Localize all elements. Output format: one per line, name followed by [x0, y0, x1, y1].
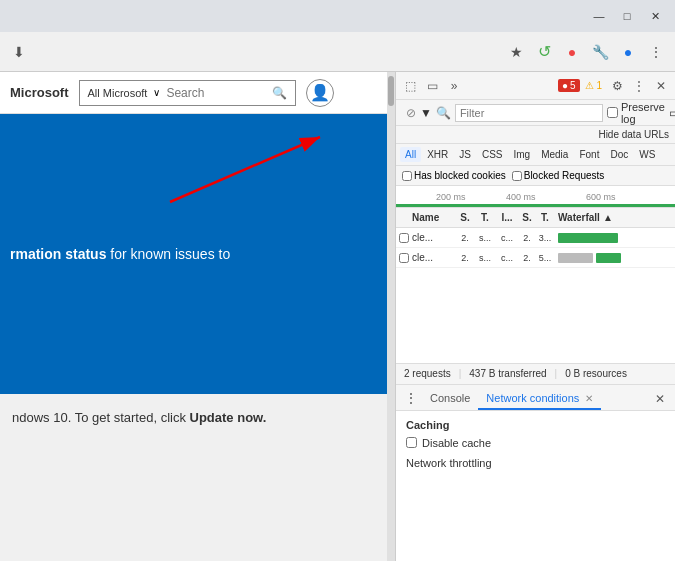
sort-icon[interactable]: ▲	[603, 212, 613, 223]
opera-refresh-icon[interactable]: ↺	[533, 41, 555, 63]
row-status-1: 2.	[456, 233, 474, 243]
banner-bold-text: rmation status	[10, 246, 106, 262]
maximize-button[interactable]: □	[615, 7, 639, 25]
filter-tab-xhr[interactable]: XHR	[422, 147, 453, 162]
row-status-2: 2.	[456, 253, 474, 263]
row-time-1: 3...	[536, 233, 554, 243]
table-row[interactable]: cle... 2. s... c... 2. 3...	[396, 228, 675, 248]
close-button[interactable]: ✕	[643, 7, 667, 25]
ms-logo: Microsoft	[10, 85, 69, 100]
error-icon: ●	[562, 80, 568, 91]
warning-count: 1	[596, 80, 602, 91]
col-time: T.	[536, 212, 554, 223]
filter-tab-doc[interactable]: Doc	[605, 147, 633, 162]
error-count-badge[interactable]: ● 5	[558, 79, 580, 92]
page-banner: rmation status for known issues to	[0, 114, 387, 394]
col-size: S.	[518, 212, 536, 223]
page-scrollbar[interactable]	[387, 72, 395, 561]
devtools-mobile-icon[interactable]: ▭	[422, 76, 442, 96]
table-row[interactable]: cle... 2. s... c... 2. 5...	[396, 248, 675, 268]
transferred-size: 437 B transferred	[469, 368, 546, 379]
disable-cache-checkbox[interactable]	[406, 437, 417, 448]
devtools-cursor-icon[interactable]: ⬚	[400, 76, 420, 96]
search-dropdown-label: All Microsoft	[88, 87, 148, 99]
row-size-1: 2.	[518, 233, 536, 243]
filter-tab-font[interactable]: Font	[574, 147, 604, 162]
col-type: T.	[474, 212, 496, 223]
blocked-requests-checkbox[interactable]	[512, 171, 522, 181]
filter-tab-css[interactable]: CSS	[477, 147, 508, 162]
col-waterfall[interactable]: Waterfall ▲	[554, 212, 675, 223]
row-name-1: cle...	[412, 232, 456, 243]
devtools-more-panels-icon[interactable]: »	[444, 76, 464, 96]
has-blocked-cookies-option[interactable]: Has blocked cookies	[402, 170, 506, 181]
page-footer-area: ndows 10. To get started, click Update n…	[0, 394, 387, 441]
filter-tabs-bar: All XHR JS CSS Img Media Font Doc WS	[396, 144, 675, 166]
page-navbar: Microsoft All Microsoft ∨ 🔍 👤	[0, 72, 387, 114]
row-type-2: s...	[474, 253, 496, 263]
network-filter-input[interactable]	[455, 104, 603, 122]
opera-icon[interactable]: ●	[561, 41, 583, 63]
filter-tab-img[interactable]: Img	[508, 147, 535, 162]
devtools-gear-icon[interactable]: ⚙	[607, 76, 627, 96]
search-input[interactable]	[166, 86, 266, 100]
row-initiator-1: c...	[496, 233, 518, 243]
tab-console[interactable]: Console	[422, 388, 478, 410]
filter-tab-ws[interactable]: WS	[634, 147, 660, 162]
blocked-cookies-checkbox[interactable]	[402, 171, 412, 181]
warning-icon: ⚠	[585, 80, 594, 91]
devtools-close-icon[interactable]: ✕	[651, 76, 671, 96]
network-conditions-panel: Caching Disable cache Network throttling	[396, 411, 675, 562]
devtools-bottom-tabs: ⋮ Console Network conditions ✕ ✕	[396, 385, 675, 411]
row-checkbox-2[interactable]	[396, 253, 412, 263]
search-network-icon[interactable]: 🔍	[436, 105, 451, 121]
preserve-log-label: Preserve log	[621, 101, 665, 125]
user-profile-icon[interactable]: ●	[617, 41, 639, 63]
blocked-cookies-label: Has blocked cookies	[414, 170, 506, 181]
row-waterfall-1	[554, 228, 675, 247]
blocked-requests-label: Blocked Requests	[524, 170, 605, 181]
warning-badge[interactable]: ⚠ 1	[582, 79, 605, 92]
search-icon[interactable]: 🔍	[272, 86, 287, 100]
row-time-2: 5...	[536, 253, 554, 263]
disable-cache-label: Disable cache	[422, 437, 491, 449]
preserve-log-checkbox[interactable]	[607, 107, 618, 118]
timeline-green-line	[396, 204, 675, 207]
search-bar[interactable]: All Microsoft ∨ 🔍	[79, 80, 297, 106]
minimize-button[interactable]: —	[587, 7, 611, 25]
block-icon[interactable]: ⊘	[406, 105, 416, 121]
network-conditions-close-icon[interactable]: ✕	[585, 393, 593, 404]
devtools-more2-icon[interactable]: ⋮	[629, 76, 649, 96]
user-avatar[interactable]: 👤	[306, 79, 334, 107]
timeline-bar: 200 ms 400 ms 600 ms	[396, 186, 675, 208]
filter-tab-media[interactable]: Media	[536, 147, 573, 162]
row-checkbox-1[interactable]	[396, 233, 412, 243]
cache-icon[interactable]: ▭	[669, 105, 675, 121]
devtools-panel-close-icon[interactable]: ✕	[649, 388, 671, 410]
waterfall-bar-green-1	[558, 233, 618, 243]
blocked-requests-option[interactable]: Blocked Requests	[512, 170, 605, 181]
puzzle-icon[interactable]: 🔧	[589, 41, 611, 63]
disable-cache-option[interactable]: Disable cache	[406, 437, 665, 449]
network-statusbar: 2 requests | 437 B transferred | 0 B res…	[396, 363, 675, 385]
resources-size: 0 B resources	[565, 368, 627, 379]
row-size-2: 2.	[518, 253, 536, 263]
download-icon[interactable]: ⬇	[8, 41, 30, 63]
tab-network-conditions[interactable]: Network conditions ✕	[478, 388, 601, 410]
banner-text-1: rmation status for known issues to	[10, 243, 367, 265]
browser-titlebar: — □ ✕	[0, 0, 675, 32]
bottom-tabs-dots[interactable]: ⋮	[400, 386, 422, 410]
filter-tab-js[interactable]: JS	[454, 147, 476, 162]
network-conditions-label: Network conditions	[486, 392, 579, 404]
preserve-log-option[interactable]: Preserve log	[607, 101, 665, 125]
more-menu-icon[interactable]: ⋮	[645, 41, 667, 63]
network-options-bar: Has blocked cookies Blocked Requests	[396, 166, 675, 186]
filter-icon[interactable]: ▼	[420, 105, 432, 121]
network-toolbar: ⊘ ▼ 🔍 Preserve log ▭ ⚙	[396, 100, 675, 126]
waterfall-bar-green-2	[596, 253, 621, 263]
filter-tab-all[interactable]: All	[400, 147, 421, 162]
bookmark-icon[interactable]: ★	[505, 41, 527, 63]
scrollbar-thumb[interactable]	[388, 76, 394, 106]
devtools-panel: ⬚ ▭ » ● 5 ⚠ 1 ⚙ ⋮ ✕ ⊘ ▼ 🔍 Pres	[395, 72, 675, 561]
devtools-topbar: ⬚ ▭ » ● 5 ⚠ 1 ⚙ ⋮ ✕	[396, 72, 675, 100]
